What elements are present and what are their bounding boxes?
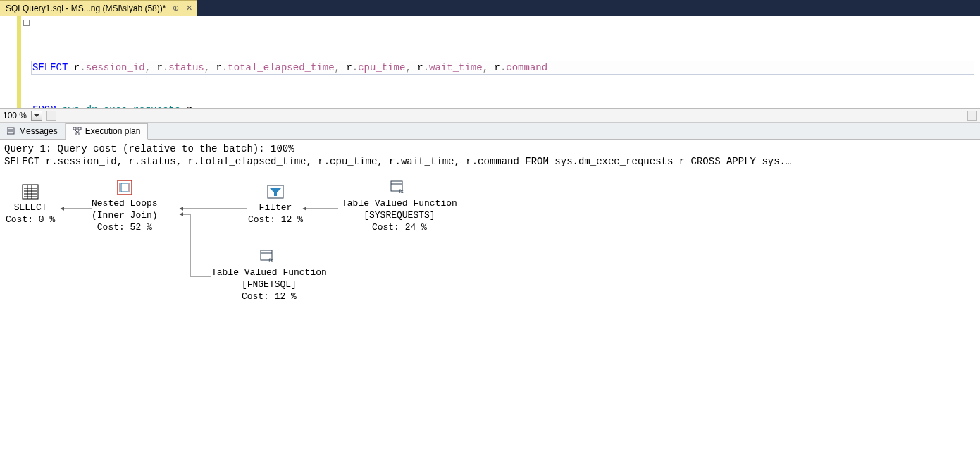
pin-icon[interactable]: ⊕ (173, 4, 179, 12)
editor-gutter (0, 16, 17, 108)
sql-editor[interactable]: SELECT r.session_id, r.status, r.total_e… (0, 16, 980, 109)
filter-icon (266, 183, 285, 200)
plan-header-line2: SELECT r.session_id, r.status, r.total_e… (4, 155, 976, 168)
plan-canvas: SELECT Cost: 0 % Nested Loops (Inner Joi… (0, 172, 980, 466)
table-valued-function-icon: fx (259, 248, 279, 265)
plan-node-select[interactable]: SELECT Cost: 0 % (6, 183, 55, 226)
svg-rect-5 (76, 133, 79, 135)
document-tab-bar: SQLQuery1.sql - MS...ng (MSI\siyab (58))… (0, 0, 980, 16)
zoom-dropdown[interactable] (31, 111, 42, 121)
tab-execution-plan-label: Execution plan (85, 126, 141, 136)
nested-loops-icon (115, 179, 135, 196)
document-tab-label: SQLQuery1.sql - MS...ng (MSI\siyab (58))… (6, 4, 166, 13)
scroll-right-icon[interactable] (967, 111, 977, 121)
svg-rect-18 (121, 183, 128, 192)
execution-plan-icon (73, 127, 82, 135)
plan-node-tvf-fngetsql[interactable]: fx Table Valued Function [FNGETSQL] Cost… (211, 248, 327, 302)
messages-icon (7, 127, 15, 135)
document-tab[interactable]: SQLQuery1.sql - MS...ng (MSI\siyab (58))… (0, 0, 197, 16)
collapse-toggle-icon[interactable] (23, 20, 30, 26)
plan-node-filter[interactable]: Filter Cost: 12 % (248, 183, 303, 226)
plan-node-nested-loops[interactable]: Nested Loops (Inner Join) Cost: 52 % (92, 179, 158, 233)
svg-rect-3 (73, 127, 76, 130)
close-icon[interactable]: ✕ (186, 4, 192, 12)
table-valued-function-icon: fx (390, 179, 409, 196)
svg-rect-4 (78, 127, 81, 130)
zoom-level: 100 % (3, 111, 27, 121)
plan-header-line1: Query 1: Query cost (relative to the bat… (4, 142, 976, 155)
plan-node-tvf-sysrequests[interactable]: fx Table Valued Function [SYSREQUESTS] C… (342, 179, 457, 233)
outline-column (21, 16, 31, 108)
svg-text:fx: fx (268, 257, 273, 264)
results-tab-bar: Messages Execution plan (0, 123, 980, 140)
svg-text:fx: fx (399, 188, 404, 195)
select-icon (20, 183, 40, 200)
svg-line-7 (77, 130, 80, 133)
tab-messages-label: Messages (19, 126, 58, 136)
scroll-left-icon[interactable] (46, 111, 56, 121)
execution-plan-pane[interactable]: Query 1: Query cost (relative to the bat… (0, 140, 980, 466)
tab-execution-plan[interactable]: Execution plan (66, 123, 149, 140)
tab-messages[interactable]: Messages (0, 123, 66, 139)
code-area[interactable]: SELECT r.session_id, r.status, r.total_e… (31, 16, 980, 108)
editor-status-bar: 100 % (0, 109, 980, 123)
svg-line-6 (75, 130, 77, 133)
